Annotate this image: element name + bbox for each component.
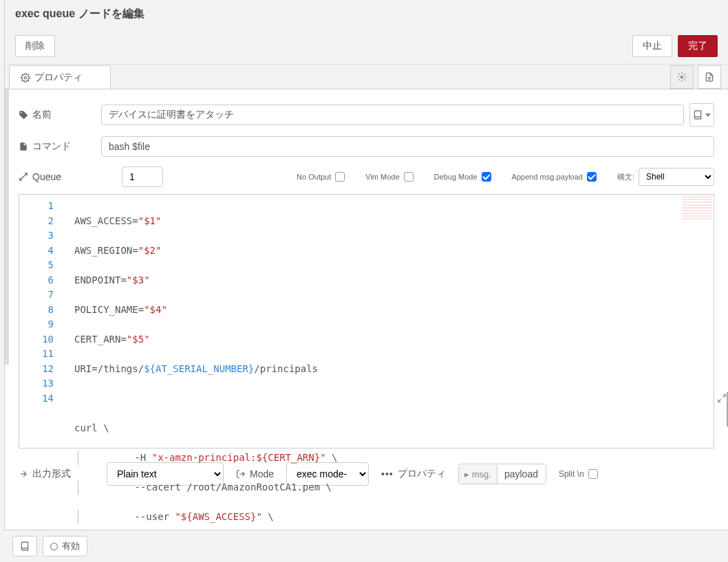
book-icon <box>693 110 703 120</box>
doc-icon-button[interactable] <box>698 65 721 89</box>
command-label: コマンド <box>19 140 101 153</box>
name-preset-button[interactable] <box>689 103 714 127</box>
syntax-label: 構文: <box>617 172 634 182</box>
vim-mode-checkbox[interactable] <box>404 172 414 182</box>
done-button[interactable]: 完了 <box>678 35 718 57</box>
svg-point-1 <box>681 76 683 78</box>
tab-properties[interactable]: プロパティ <box>9 65 111 89</box>
arrow-right-icon <box>19 172 28 182</box>
minimap[interactable] <box>682 196 712 221</box>
vim-mode-label: Vim Mode <box>365 173 399 181</box>
file-icon <box>19 142 28 151</box>
footer-book-button[interactable] <box>12 536 37 556</box>
book-icon <box>20 541 30 551</box>
cancel-button[interactable]: 中止 <box>632 35 672 57</box>
chevron-down-icon <box>705 114 711 117</box>
append-payload-checkbox[interactable] <box>587 172 597 182</box>
queue-input[interactable] <box>122 166 163 187</box>
syntax-select[interactable]: Shell <box>639 168 714 186</box>
command-input[interactable] <box>101 136 714 157</box>
code-body[interactable]: AWS_ACCESS="$1" AWS_REGION="$2" ENDPOINT… <box>61 195 714 448</box>
arrow-out-icon <box>19 469 28 479</box>
enabled-toggle[interactable]: 有効 <box>43 536 87 556</box>
append-payload-label: Append msg.payload <box>512 173 583 181</box>
settings-icon-button[interactable] <box>670 65 694 89</box>
delete-button[interactable]: 削除 <box>15 35 55 57</box>
svg-line-6 <box>722 395 725 398</box>
name-input[interactable] <box>101 105 684 125</box>
code-editor[interactable]: 1 2 3 4 5 6 7 8 9 10 11 12 13 14 AWS_ACC… <box>19 194 714 448</box>
no-output-label: No Output <box>297 173 331 181</box>
tag-icon <box>19 110 28 120</box>
svg-point-0 <box>24 76 27 79</box>
footer-toolbar: 有効 <box>4 530 728 562</box>
dialog-title: exec queue ノードを編集 <box>5 0 728 28</box>
no-output-checkbox[interactable] <box>335 172 345 182</box>
svg-line-7 <box>718 399 721 402</box>
circle-icon <box>50 543 58 550</box>
action-toolbar: 削除 中止 完了 <box>5 28 728 65</box>
gear-icon <box>21 73 30 83</box>
name-label: 名前 <box>19 109 101 121</box>
left-scrollbar[interactable] <box>5 89 9 365</box>
expand-icon[interactable] <box>717 393 727 403</box>
tab-properties-label: プロパティ <box>34 72 83 84</box>
queue-label: Queue <box>19 171 101 182</box>
debug-mode-label: Debug Mode <box>434 173 478 181</box>
debug-mode-checkbox[interactable] <box>482 172 491 182</box>
line-gutter: 1 2 3 4 5 6 7 8 9 10 11 12 13 14 <box>19 195 61 448</box>
